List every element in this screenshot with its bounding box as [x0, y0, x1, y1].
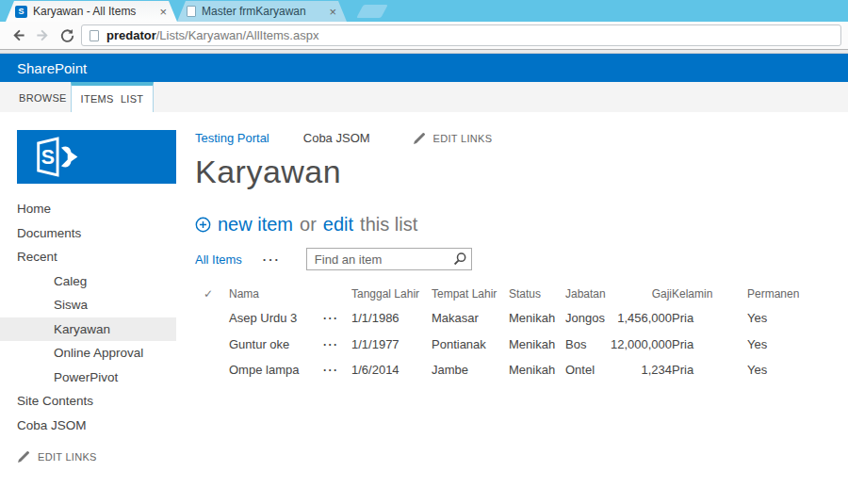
column-header-tanggal_lahir[interactable]: Tanggal Lahir	[351, 283, 432, 305]
search-icon[interactable]	[452, 252, 467, 267]
sidebar-item-site-contents[interactable]: Site Contents	[0, 389, 176, 414]
this-list-text: this list	[360, 214, 417, 236]
sharepoint-logo[interactable]: S	[17, 130, 176, 184]
sharepoint-favicon-icon: S	[15, 6, 27, 18]
cell-tanggal_lahir: 1/1/1977	[351, 332, 432, 358]
page-icon	[90, 30, 99, 41]
view-more-ellipsis[interactable]: ···	[263, 252, 281, 267]
edit-links-label: EDIT LINKS	[433, 133, 493, 144]
ribbon-contextual-group: ITEMS LIST	[71, 82, 154, 112]
top-link-bar: Testing Portal Coba JSOM EDIT LINKS	[195, 131, 848, 145]
list-tbody: Asep Urdu 3···1/1/1986MakasarMenikahJong…	[195, 305, 823, 383]
sidebar-item-coba-jsom[interactable]: Coba JSOM	[0, 414, 176, 438]
edit-list-link[interactable]: edit	[323, 214, 353, 236]
row-ellipsis-menu[interactable]: ···	[323, 332, 351, 358]
new-item-link[interactable]: new item	[218, 214, 293, 236]
cell-status: Menikah	[509, 357, 565, 383]
ellipsis-icon: ···	[323, 364, 339, 377]
sidebar-item-home[interactable]: Home	[0, 197, 176, 221]
cell-jabatan: Jongos	[565, 305, 609, 332]
column-header-gaji[interactable]: Gaji	[609, 283, 672, 305]
cell-kelamin: Pria	[672, 332, 747, 358]
table-row: Ompe lampa···1/6/2014JambeMenikahOntel1,…	[195, 357, 823, 383]
plus-circle-icon[interactable]	[195, 217, 211, 233]
main-area: Testing Portal Coba JSOM EDIT LINKS Kary…	[188, 112, 848, 504]
column-header-nama[interactable]: Nama	[229, 283, 323, 305]
list-command-bar: new item or edit this list	[195, 214, 848, 236]
sidebar-item-siswa[interactable]: Siswa	[0, 293, 176, 317]
cell-status: Menikah	[509, 332, 565, 358]
ellipsis-icon: ···	[323, 312, 339, 325]
cell-tempat_lahir: Jambe	[432, 357, 509, 383]
sidebar-item-online-approval[interactable]: Online Approval	[0, 341, 176, 366]
breadcrumb-site-link[interactable]: Testing Portal	[195, 131, 269, 145]
page-content: S HomeDocumentsRecentCalegSiswaKaryawanO…	[0, 112, 848, 504]
view-selector-bar: All Items ···	[195, 248, 848, 270]
row-ellipsis-menu[interactable]: ···	[323, 305, 351, 332]
ribbon-tab-items[interactable]: ITEMS	[81, 93, 114, 105]
table-header-row: ✓NamaTanggal LahirTempat LahirStatusJaba…	[195, 283, 823, 305]
browser-tab-active[interactable]: S Karyawan - All Items ×	[6, 1, 177, 22]
cell-nama[interactable]: Guntur oke	[229, 332, 323, 358]
search-box	[306, 248, 472, 270]
sharepoint-logo-icon: S	[30, 136, 89, 178]
sidebar-item-recent[interactable]: Recent	[0, 245, 176, 269]
cell-permanen: Yes	[747, 332, 823, 358]
column-header-status[interactable]: Status	[509, 283, 565, 305]
back-arrow-icon	[10, 27, 26, 43]
pencil-icon	[17, 450, 30, 463]
ribbon-tab-list[interactable]: LIST	[121, 93, 143, 105]
row-ellipsis-menu[interactable]: ···	[323, 357, 351, 383]
row-select-cell[interactable]	[195, 357, 229, 383]
column-header-spacer	[323, 283, 351, 305]
cell-permanen: Yes	[747, 357, 823, 383]
cell-tanggal_lahir: 1/1/1986	[351, 305, 432, 332]
browser-tab-inactive[interactable]: Master frmKaryawan ×	[177, 1, 347, 22]
table-row: Asep Urdu 3···1/1/1986MakasarMenikahJong…	[195, 305, 823, 332]
cell-jabatan: Ontel	[565, 357, 609, 383]
cell-permanen: Yes	[747, 305, 823, 332]
sidebar: S HomeDocumentsRecentCalegSiswaKaryawanO…	[0, 112, 188, 504]
tab-title: Karyawan - All Items	[33, 5, 156, 18]
column-header-permanen[interactable]: Permanen	[747, 283, 823, 305]
tab-close-icon[interactable]: ×	[156, 6, 170, 18]
search-input[interactable]	[315, 252, 452, 267]
cell-status: Menikah	[509, 305, 565, 332]
cell-gaji: 12,000,000	[609, 332, 672, 358]
topnav-link-coba-jsom[interactable]: Coba JSOM	[303, 131, 370, 145]
view-all-items-link[interactable]: All Items	[195, 252, 242, 267]
cell-jabatan: Bos	[565, 332, 609, 358]
url-host: predator	[106, 28, 156, 42]
sidebar-item-documents[interactable]: Documents	[0, 221, 176, 246]
cell-tempat_lahir: Pontianak	[432, 332, 509, 358]
column-header-kelamin[interactable]: Kelamin	[672, 283, 747, 305]
ribbon-tab-browse[interactable]: BROWSE	[19, 82, 67, 112]
tab-close-icon[interactable]: ×	[326, 6, 339, 18]
url-text: predator/Lists/Karyawan/AllItems.aspx	[106, 28, 318, 42]
row-select-cell[interactable]	[195, 332, 229, 358]
cell-gaji: 1,456,000	[609, 305, 672, 332]
ribbon-bar: BROWSE ITEMS LIST	[0, 82, 848, 112]
topnav-edit-links[interactable]: EDIT LINKS	[413, 132, 493, 145]
forward-button[interactable]	[30, 24, 55, 47]
column-header-jabatan[interactable]: Jabatan	[565, 283, 609, 305]
cell-tanggal_lahir: 1/6/2014	[351, 357, 432, 383]
tab-title: Master frmKaryawan	[202, 5, 326, 18]
sidebar-edit-links[interactable]: EDIT LINKS	[17, 450, 188, 463]
cell-gaji: 1,234	[609, 357, 672, 383]
sidebar-nav: HomeDocumentsRecentCalegSiswaKaryawanOnl…	[0, 197, 188, 437]
column-header-tempat_lahir[interactable]: Tempat Lahir	[432, 283, 509, 305]
address-bar[interactable]: predator/Lists/Karyawan/AllItems.aspx	[81, 24, 841, 46]
select-all-checkbox[interactable]: ✓	[195, 283, 229, 305]
cell-nama[interactable]: Asep Urdu 3	[229, 305, 323, 332]
cell-nama[interactable]: Ompe lampa	[229, 357, 323, 383]
reload-button[interactable]	[55, 24, 79, 47]
row-select-cell[interactable]	[195, 305, 229, 332]
sidebar-item-karyawan[interactable]: Karyawan	[0, 317, 176, 342]
sidebar-item-caleg[interactable]: Caleg	[0, 269, 176, 294]
suite-bar: SharePoint	[0, 54, 848, 82]
back-button[interactable]	[6, 24, 30, 47]
new-tab-button[interactable]	[356, 5, 387, 18]
cell-kelamin: Pria	[672, 305, 747, 332]
sidebar-item-powerpivot[interactable]: PowerPivot	[0, 366, 176, 390]
